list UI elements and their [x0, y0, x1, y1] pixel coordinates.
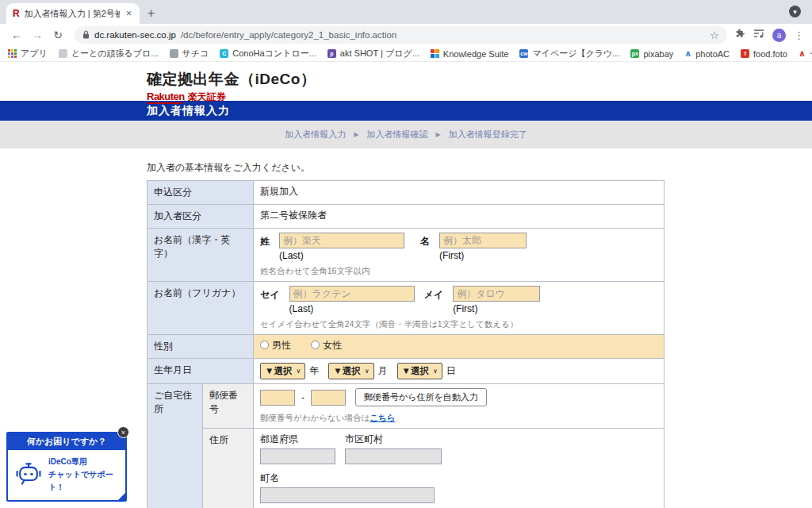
browser-window: R 加入者情報入力 | 第2号被保険者(厚 × + ▾ ← → ↻ dc.rak… [0, 0, 812, 508]
first-name-caption: (First) [439, 250, 527, 261]
unit-day: 日 [446, 364, 456, 378]
tab-title: 加入者情報入力 | 第2号被保険者(厚 [25, 8, 120, 20]
bookmark-knowledge-suite[interactable]: Knowledge Suite [431, 49, 509, 59]
table-row: 申込区分 新規加入 [147, 181, 665, 205]
table-row: 加入者区分 第二号被保険者 [147, 205, 665, 229]
media-controls-icon[interactable] [753, 28, 764, 42]
breadcrumb: 加入者情報入力 ▶ 加入者情報確認 ▶ 加入者情報登録完了 [0, 121, 812, 148]
rakuten-securities-label: 楽天証券 [188, 90, 226, 104]
first-kana-label: メイ [424, 286, 444, 314]
rakuten-favicon-icon: R [13, 8, 20, 19]
table-row: 生年月日 ▼選択∨ 年 ▼選択∨ 月 ▼選択∨ 日 [147, 359, 665, 384]
birth-year-select[interactable]: ▼選択∨ [260, 363, 305, 379]
table-row: 住所 都道府県 市区町村 町名 [147, 429, 665, 508]
section-title-bar: 加入者情報入力 [0, 101, 812, 121]
gender-female-radio[interactable] [311, 341, 320, 349]
postal-separator: - [301, 392, 304, 403]
food-foto-favicon-icon: f [741, 49, 749, 58]
bookmark-akt-shot[interactable]: p akt SHOT | ブログ... [327, 48, 419, 60]
unit-year: 年 [309, 364, 319, 378]
bookmark-illust-ac[interactable]: ∧ イラストAC [799, 48, 812, 60]
chat-support-widget[interactable]: 何かお困りですか？ iDeCo専用 [6, 432, 127, 502]
application-type-label: 申込区分 [147, 181, 254, 205]
breadcrumb-step-complete: 加入者情報登録完了 [449, 129, 527, 140]
gender-label: 性別 [147, 335, 254, 359]
bookmark-mypage-crowdworks[interactable]: cw マイページ【クラウ... [519, 48, 619, 60]
postal-code-input-1[interactable] [260, 390, 295, 406]
postal-code-input-2[interactable] [311, 390, 346, 406]
bookmark-photo-ac[interactable]: ∧ photoAC [684, 48, 730, 59]
bookmark-sachiko[interactable]: サチコ [170, 48, 209, 60]
rakuten-wordmark: Rakuten [147, 91, 185, 104]
conoha-favicon-icon: C [220, 49, 228, 58]
gender-female-option[interactable]: 女性 [311, 340, 342, 351]
knowledge-suite-favicon-icon [431, 49, 439, 58]
intro-text: 加入者の基本情報をご入力ください。 [147, 161, 665, 175]
chat-line2: チャットでサポート！ [48, 468, 121, 494]
first-name-input[interactable] [439, 233, 527, 248]
address-bar[interactable]: dc.rakuten-sec.co.jp/dc/before/entry_app… [75, 26, 727, 44]
new-tab-button[interactable]: + [147, 6, 155, 21]
illust-ac-favicon-icon: ∧ [799, 48, 806, 59]
gender-male-option[interactable]: 男性 [260, 340, 291, 351]
home-address-label: ご自宅住所 [147, 384, 203, 508]
generic-favicon-icon [59, 49, 67, 58]
breadcrumb-arrow-icon: ▶ [436, 131, 441, 138]
browser-tab[interactable]: R 加入者情報入力 | 第2号被保険者(厚 × [6, 3, 140, 24]
last-kana-input[interactable] [289, 286, 415, 302]
birth-day-select[interactable]: ▼選択∨ [397, 363, 442, 379]
town-label: 町名 [260, 471, 657, 485]
bookmark-food-foto[interactable]: f food.foto [741, 49, 787, 59]
table-row: 性別 男性 女性 [147, 335, 665, 359]
bookmark-conoha[interactable]: C ConoHaコントロー... [220, 48, 316, 60]
cw-favicon-icon: cw [519, 49, 528, 58]
postal-code-label: 郵便番号 [203, 384, 254, 429]
basic-info-table: 申込区分 新規加入 加入者区分 第二号被保険者 お名前（漢字・英字） 姓 (La… [147, 180, 665, 508]
reload-icon[interactable]: ↻ [49, 29, 67, 41]
chevron-down-icon: ∨ [433, 368, 438, 375]
first-kana-caption: (First) [453, 303, 540, 314]
akt-favicon-icon: p [327, 49, 336, 58]
chat-close-icon[interactable]: × [117, 426, 129, 438]
tab-bar: R 加入者情報入力 | 第2号被保険者(厚 × + ▾ [0, 0, 812, 24]
table-row: お名前（漢字・英字） 姓 (Last) 名 (First) [147, 229, 665, 282]
bookmark-pixabay[interactable]: px pixabay [630, 49, 673, 59]
profile-avatar[interactable]: a [772, 29, 786, 42]
table-row: ご自宅住所 郵便番号 - 郵便番号から住所を自動入力 郵便番号がわからない場合は… [147, 384, 665, 429]
gender-male-radio[interactable] [260, 341, 269, 349]
first-kana-input[interactable] [453, 286, 540, 302]
forward-icon[interactable]: → [29, 29, 46, 41]
bookmark-star-icon[interactable]: ☆ [710, 29, 719, 41]
application-type-value: 新規加入 [254, 181, 665, 205]
back-icon[interactable]: ← [8, 29, 25, 41]
bookmark-apps[interactable]: アプリ [8, 48, 48, 60]
address-label: 住所 [203, 429, 254, 508]
bookmarks-bar: アプリ とーとの頑張るブロ... サチコ C ConoHaコントロー... p … [0, 46, 812, 62]
bookmark-blog[interactable]: とーとの頑張るブロ... [59, 48, 159, 60]
birth-date-label: 生年月日 [147, 359, 254, 384]
apps-grid-icon [8, 49, 17, 58]
browser-toolbar: ← → ↻ dc.rakuten-sec.co.jp/dc/before/ent… [0, 24, 812, 46]
breadcrumb-step-confirm: 加入者情報確認 [367, 129, 428, 140]
unit-month: 月 [378, 364, 388, 378]
chat-resize-corner [118, 493, 125, 500]
prefecture-label: 都道府県 [260, 433, 335, 446]
tab-close-icon[interactable]: × [124, 8, 133, 19]
last-name-input[interactable] [279, 233, 404, 248]
robot-icon [14, 460, 43, 489]
chrome-menu-icon[interactable]: ⋮ [794, 29, 804, 41]
name-kana-note: セイメイ合わせて全角24文字（濁音・半濁音は1文字として数える） [260, 319, 657, 330]
generic-favicon-icon [170, 49, 178, 58]
url-path: /dc/before/entry_apply/category2_1_basic… [181, 30, 396, 40]
breadcrumb-arrow-icon: ▶ [354, 131, 358, 138]
tab-search-icon[interactable]: ▾ [789, 6, 801, 17]
first-name-label: 名 [420, 233, 430, 261]
lock-icon [82, 28, 90, 42]
extensions-puzzle-icon[interactable] [735, 28, 745, 42]
breadcrumb-step-input[interactable]: 加入者情報入力 [285, 129, 346, 140]
birth-month-select[interactable]: ▼選択∨ [328, 363, 373, 379]
postal-autofill-button[interactable]: 郵便番号から住所を自動入力 [355, 388, 487, 406]
prefecture-input [260, 448, 335, 464]
postal-help-link[interactable]: こちら [370, 413, 395, 422]
chevron-down-icon: ∨ [296, 368, 301, 375]
